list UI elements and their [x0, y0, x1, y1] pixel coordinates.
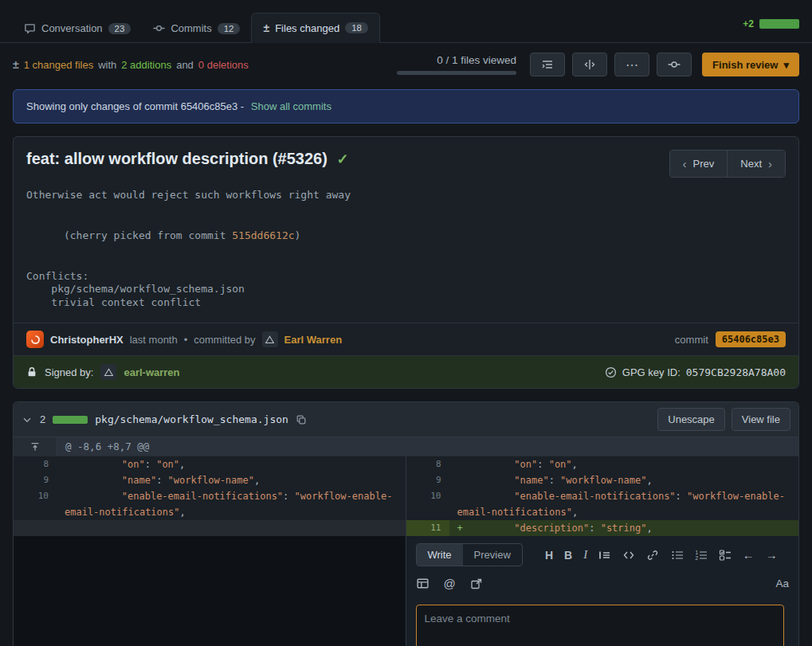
copy-path-icon[interactable]: [296, 414, 307, 425]
tab-files-label: Files changed: [275, 22, 339, 34]
cherry-pick-close: ): [295, 229, 301, 241]
line-number-old[interactable]: 9: [14, 472, 57, 488]
line-code: "name": "workflow-name",: [449, 472, 799, 488]
commit-icon: [153, 22, 165, 34]
prev-commit-button[interactable]: ‹ Prev: [670, 151, 728, 177]
tab-conversation[interactable]: Conversation 23: [13, 14, 142, 42]
link-icon[interactable]: [646, 549, 659, 562]
unordered-list-icon[interactable]: [671, 549, 684, 562]
author-name-link[interactable]: ChristopherHX: [50, 334, 124, 346]
commit-select-button[interactable]: [657, 53, 692, 76]
caret-down-icon: ▾: [783, 59, 789, 71]
pr-diffstat: +2: [743, 18, 799, 42]
conflicts-label: Conflicts:: [26, 270, 786, 284]
empty-line-placeholder: [14, 520, 406, 536]
tab-write[interactable]: Write: [417, 544, 463, 566]
changed-files-link[interactable]: 1 changed files: [24, 59, 93, 71]
line-code: "name": "workflow-name",: [57, 472, 406, 488]
editor-tabs: Write Preview: [416, 543, 523, 566]
cherry-pick-sha-link[interactable]: 515dd6612c: [232, 229, 294, 241]
diff-table: 8 "on": "on", 9 "name": "workflow-name",…: [14, 456, 798, 536]
table-icon[interactable]: [416, 577, 430, 590]
commit-body-line: Otherwise act would reject such workflow…: [26, 189, 786, 202]
undo-icon[interactable]: ←: [743, 548, 755, 562]
commit-signed-row: Signed by: earl-warren GPG key ID: 0579C…: [14, 355, 798, 388]
commit-nav: ‹ Prev Next ›: [669, 150, 786, 178]
view-file-button[interactable]: View file: [732, 408, 790, 431]
line-number-old[interactable]: 8: [14, 456, 57, 472]
code-text: "on": "on",: [469, 459, 578, 470]
conflict-file: pkg/schema/workflow_schema.json: [26, 283, 786, 296]
conversation-icon: [24, 22, 36, 34]
next-commit-button[interactable]: Next ›: [727, 151, 785, 177]
deletions-count: 0 deletions: [198, 59, 249, 71]
toolbar-actions: 0 / 1 files viewed ⋯ Finish review ▾: [397, 53, 799, 76]
heading-icon[interactable]: H: [545, 549, 553, 562]
check-icon: ✓: [337, 151, 349, 167]
file-name: pkg/schema/workflow_schema.json: [95, 413, 288, 425]
gpg-info: GPG key ID: 0579CB2928A78A00: [605, 366, 786, 378]
tab-commits-label: Commits: [171, 22, 211, 34]
code-text: "on": "on",: [76, 459, 185, 470]
reference-icon[interactable]: [470, 577, 483, 590]
italic-icon[interactable]: I: [583, 548, 587, 562]
collapse-file-chevron-icon[interactable]: [22, 414, 33, 425]
finish-review-label: Finish review: [712, 59, 778, 71]
redo-icon[interactable]: →: [766, 548, 778, 562]
inline-comment-row: Write Preview H B I: [13, 536, 799, 646]
show-all-commits-link[interactable]: Show all commits: [251, 100, 331, 112]
ordered-list-icon[interactable]: 12: [695, 549, 708, 562]
quote-icon[interactable]: [598, 549, 611, 562]
files-count-badge: 18: [345, 22, 368, 33]
diffstat-added-count: +2: [743, 18, 754, 29]
diff-file-header: 2 pkg/schema/workflow_schema.json Unesca…: [14, 402, 798, 437]
committer-name-link[interactable]: Earl Warren: [284, 334, 343, 346]
code-text: "name": "workflow-name",: [76, 475, 260, 486]
line-number-new[interactable]: 10: [406, 488, 449, 520]
line-number-old[interactable]: 10: [14, 488, 57, 520]
diff-row-new: 10 "enable-email-notifications": "workfl…: [406, 488, 799, 520]
diff-file-box: 2 pkg/schema/workflow_schema.json Unesca…: [13, 401, 799, 536]
unescape-button[interactable]: Unescape: [657, 408, 725, 431]
file-diffstat-bar: [53, 416, 88, 424]
chevron-left-icon: ‹: [683, 157, 687, 170]
finish-review-button[interactable]: Finish review ▾: [702, 53, 799, 76]
line-number-new[interactable]: 9: [406, 472, 449, 488]
line-number-new[interactable]: 11: [406, 520, 449, 536]
added-sign: +: [457, 520, 469, 536]
diff-view-toggle-button[interactable]: [572, 53, 607, 76]
line-code: "on": "on",: [57, 456, 406, 472]
signer-avatar[interactable]: [100, 364, 116, 380]
task-list-icon[interactable]: [719, 549, 732, 562]
signer-name-link[interactable]: earl-warren: [124, 366, 179, 378]
diff-row-added: 11 + "description": "string",: [406, 520, 799, 536]
verified-check-icon: [605, 366, 617, 378]
author-avatar[interactable]: [26, 331, 44, 348]
commit-sha-link[interactable]: 65406c85e3: [716, 331, 786, 347]
diff-pane-new: 8 "on": "on", 9 "name": "workflow-name",…: [406, 456, 799, 536]
tab-files-changed[interactable]: ± Files changed 18: [251, 13, 379, 43]
commit-message-body: Otherwise act would reject such workflow…: [14, 184, 798, 323]
mention-icon[interactable]: @: [444, 577, 456, 590]
tab-preview[interactable]: Preview: [463, 544, 522, 566]
hunk-header-text: @ -8,6 +8,7 @@: [57, 437, 157, 456]
files-viewed-progress: [397, 71, 516, 75]
committer-avatar[interactable]: [262, 331, 278, 347]
diffstat-bar: [759, 19, 799, 29]
comment-textarea[interactable]: [416, 605, 785, 646]
file-addition-count: 2: [40, 413, 45, 425]
bold-icon[interactable]: B: [564, 549, 572, 562]
font-toggle-button[interactable]: Aa: [775, 577, 789, 589]
line-number-new[interactable]: 8: [406, 456, 449, 472]
files-toolbar: ± 1 changed files with 2 additions and 0…: [0, 43, 812, 88]
code-icon[interactable]: [622, 549, 635, 562]
code-text: "enable-email-notifications": "workflow-…: [457, 491, 785, 518]
more-options-button[interactable]: ⋯: [614, 53, 649, 76]
commit-panel: feat: allow workflow description (#5326)…: [13, 136, 799, 389]
commit-filter-banner: Showing only changes of commit 65406c85e…: [13, 89, 799, 123]
code-text: "description": "string",: [469, 523, 653, 534]
expand-hunk-button[interactable]: [14, 437, 57, 456]
commit-title: feat: allow workflow description (#5326): [26, 150, 328, 167]
file-tree-toggle-button[interactable]: [530, 53, 565, 76]
tab-commits[interactable]: Commits 12: [142, 14, 251, 42]
